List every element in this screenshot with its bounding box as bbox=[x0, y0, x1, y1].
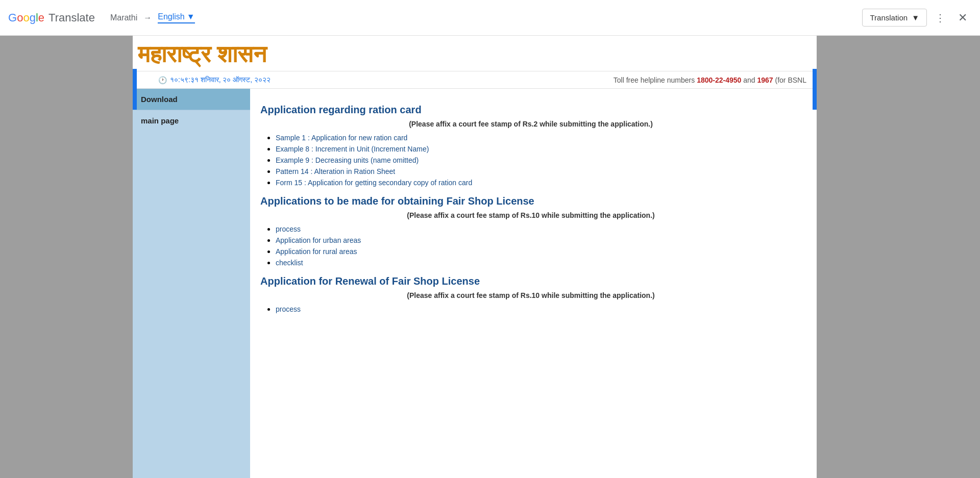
section1-links: Sample 1 : Application for new ration ca… bbox=[260, 133, 801, 187]
helpline-and: and bbox=[743, 76, 757, 84]
link-checklist[interactable]: checklist bbox=[276, 259, 303, 267]
translation-label: Translation bbox=[870, 13, 908, 22]
list-item: Pattern 14 : Alteration in Ration Sheet bbox=[276, 167, 801, 176]
page-content[interactable]: Application regarding ration card (Pleas… bbox=[250, 89, 817, 478]
link-pattern14[interactable]: Pattern 14 : Alteration in Ration Sheet bbox=[276, 167, 395, 175]
target-lang[interactable]: English ▼ bbox=[158, 12, 194, 23]
logo-o1: o bbox=[17, 11, 23, 24]
content-card: महाराष्ट्र शासन 🕐 १०:५९:३१ शनिवार, २० ऑग… bbox=[133, 36, 817, 478]
section-ration-card: Application regarding ration card (Pleas… bbox=[260, 104, 801, 187]
marathi-heading: महाराष्ट्र शासन bbox=[138, 41, 266, 68]
translation-chevron-icon: ▼ bbox=[912, 13, 919, 22]
info-bar: 🕐 १०:५९:३१ शनिवार, २० ऑगस्ट, २०२२ Toll f… bbox=[133, 71, 817, 89]
sidebar-item-mainpage[interactable]: main page bbox=[133, 110, 250, 131]
translate-text: Translate bbox=[48, 11, 95, 24]
source-lang: Marathi bbox=[110, 13, 137, 22]
link-process[interactable]: process bbox=[276, 225, 301, 233]
helpline-number2: 1967 bbox=[757, 76, 773, 84]
left-panel bbox=[0, 36, 133, 478]
logo-e: e bbox=[38, 11, 44, 24]
list-item: Form 15 : Application for getting second… bbox=[276, 178, 801, 187]
translation-dropdown[interactable]: Translation ▼ bbox=[862, 9, 927, 27]
close-icon: ✕ bbox=[958, 11, 967, 24]
logo-g2: g bbox=[30, 11, 36, 24]
logo-g: G bbox=[8, 11, 17, 24]
list-item: Example 8 : Increment in Unit (Increment… bbox=[276, 144, 801, 154]
link-rural[interactable]: Application for rural areas bbox=[276, 247, 357, 256]
link-example8[interactable]: Example 8 : Increment in Unit (Increment… bbox=[276, 145, 429, 153]
section3-title: Application for Renewal of Fair Shop Lic… bbox=[260, 275, 801, 287]
helpline-prefix: Toll free helpline numbers bbox=[614, 76, 695, 84]
blue-bar-right bbox=[813, 69, 817, 110]
list-item: process bbox=[276, 305, 801, 314]
list-item: Sample 1 : Application for new ration ca… bbox=[276, 133, 801, 142]
section2-links: process Application for urban areas Appl… bbox=[260, 224, 801, 267]
section2-title: Applications to be made for obtaining Fa… bbox=[260, 195, 801, 207]
helpline-number1: 1800-22-4950 bbox=[697, 76, 741, 84]
close-button[interactable]: ✕ bbox=[953, 9, 972, 27]
content-body: Download main page Application regarding… bbox=[133, 89, 817, 478]
list-item: process bbox=[276, 224, 801, 234]
section-renewal-license: Application for Renewal of Fair Shop Lic… bbox=[260, 275, 801, 314]
center-content: महाराष्ट्र शासन 🕐 १०:५९:३१ शनिवार, २० ऑग… bbox=[133, 36, 817, 478]
arrow-icon: → bbox=[143, 13, 152, 22]
section3-note: (Please affix a court fee stamp of Rs.10… bbox=[260, 291, 801, 299]
section-fair-shop-license: Applications to be made for obtaining Fa… bbox=[260, 195, 801, 267]
list-item: Application for rural areas bbox=[276, 247, 801, 256]
clock-icon: 🕐 bbox=[158, 76, 167, 84]
topbar: Google Translate Marathi → English ▼ Tra… bbox=[0, 0, 980, 36]
lang-pair: Marathi → English ▼ bbox=[110, 12, 195, 23]
datetime-text: १०:५९:३१ शनिवार, २० ऑगस्ट, २०२२ bbox=[170, 76, 271, 84]
target-lang-chevron: ▼ bbox=[187, 12, 195, 21]
list-item: Application for urban areas bbox=[276, 236, 801, 245]
link-urban[interactable]: Application for urban areas bbox=[276, 236, 361, 244]
link-form15[interactable]: Form 15 : Application for getting second… bbox=[276, 179, 472, 187]
main-layout: महाराष्ट्र शासन 🕐 १०:५९:३१ शनिवार, २० ऑग… bbox=[0, 36, 980, 478]
link-sample1[interactable]: Sample 1 : Application for new ration ca… bbox=[276, 134, 407, 142]
right-panel bbox=[817, 36, 980, 478]
topbar-right: Translation ▼ ⋮ ✕ bbox=[862, 9, 972, 27]
section1-note: (Please affix a court fee stamp of Rs.2 … bbox=[260, 120, 801, 128]
section1-title: Application regarding ration card bbox=[260, 104, 801, 116]
list-item: checklist bbox=[276, 258, 801, 267]
logo-o2: o bbox=[23, 11, 29, 24]
blue-bar-left bbox=[133, 69, 137, 110]
link-example9[interactable]: Example 9 : Decreasing units (name omitt… bbox=[276, 156, 419, 164]
link-process2[interactable]: process bbox=[276, 305, 301, 313]
clock-info: 🕐 १०:५९:३१ शनिवार, २० ऑगस्ट, २०२२ bbox=[158, 76, 271, 84]
helpline-info: Toll free helpline numbers 1800-22-4950 … bbox=[614, 76, 806, 84]
list-item: Example 9 : Decreasing units (name omitt… bbox=[276, 156, 801, 165]
site-header: महाराष्ट्र शासन bbox=[133, 36, 817, 71]
more-options-button[interactable]: ⋮ bbox=[931, 9, 949, 27]
section2-note: (Please affix a court fee stamp of Rs.10… bbox=[260, 211, 801, 219]
sidebar-item-download[interactable]: Download bbox=[133, 89, 250, 110]
target-lang-label: English bbox=[158, 12, 184, 21]
helpline-bsnl: (for BSNL bbox=[775, 76, 806, 84]
more-options-icon: ⋮ bbox=[935, 12, 945, 24]
sidebar: Download main page bbox=[133, 89, 250, 478]
section3-links: process bbox=[260, 305, 801, 314]
google-logo: Google bbox=[8, 11, 44, 24]
